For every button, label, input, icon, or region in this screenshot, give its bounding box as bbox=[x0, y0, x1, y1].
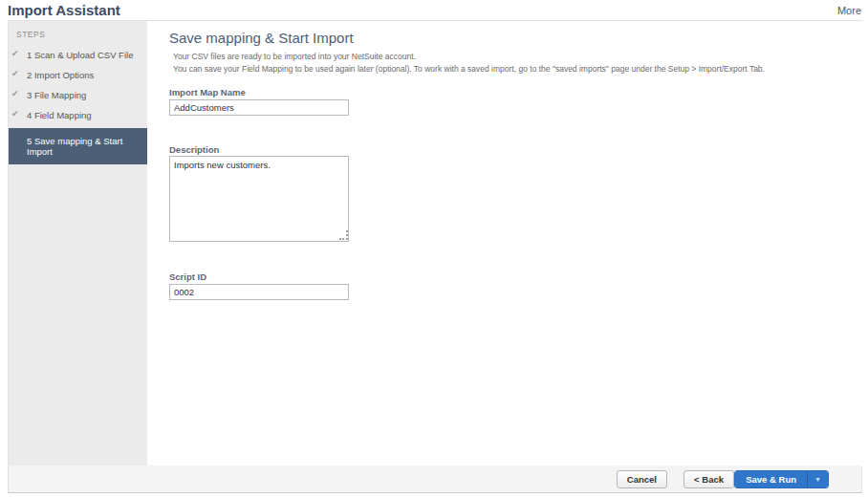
sidebar-item-import-options[interactable]: ✔ 2 Import Options bbox=[9, 65, 147, 85]
save-and-run-split-button: Save & Run ▾ bbox=[734, 470, 829, 488]
check-icon: ✔ bbox=[11, 49, 19, 59]
import-map-name-label: Import Map Name bbox=[169, 87, 246, 97]
sidebar-item-file-mapping[interactable]: ✔ 3 File Mapping bbox=[9, 85, 147, 105]
import-map-name-input[interactable] bbox=[169, 99, 349, 116]
description-textarea[interactable]: Imports new customers. bbox=[169, 156, 349, 242]
steps-sidebar: STEPS ✔ 1 Scan & Upload CSV File ✔ 2 Imp… bbox=[9, 21, 147, 466]
intro-line-2: You can save your Field Mapping to be us… bbox=[173, 64, 765, 74]
script-id-input[interactable] bbox=[169, 284, 349, 300]
steps-heading: STEPS bbox=[9, 21, 147, 45]
chevron-down-icon[interactable]: ▾ bbox=[807, 471, 828, 487]
cancel-button[interactable]: Cancel bbox=[617, 470, 667, 488]
top-header: Import Assistant More bbox=[0, 0, 868, 20]
content-title: Save mapping & Start Import bbox=[169, 30, 354, 46]
step-label: 2 Import Options bbox=[27, 70, 94, 80]
check-icon: ✔ bbox=[11, 109, 19, 119]
step-label: 3 File Mapping bbox=[27, 90, 86, 100]
intro-line-1: Your CSV files are ready to be imported … bbox=[173, 52, 416, 61]
more-link[interactable]: More bbox=[837, 5, 861, 16]
import-assistant-panel: STEPS ✔ 1 Scan & Upload CSV File ✔ 2 Imp… bbox=[8, 20, 862, 493]
footer-bar: Cancel < Back Save & Run ▾ bbox=[9, 466, 861, 492]
sidebar-item-scan-upload[interactable]: ✔ 1 Scan & Upload CSV File bbox=[9, 45, 147, 65]
check-icon: ✔ bbox=[11, 69, 19, 79]
step-label: 5 Save mapping & Start Import bbox=[27, 136, 122, 157]
description-label: Description bbox=[169, 144, 219, 155]
sidebar-item-field-mapping[interactable]: ✔ 4 Field Mapping bbox=[9, 105, 147, 125]
step-label: 1 Scan & Upload CSV File bbox=[27, 50, 133, 60]
sidebar-item-save-mapping-active: 5 Save mapping & Start Import bbox=[9, 128, 147, 164]
back-button[interactable]: < Back bbox=[684, 470, 734, 488]
content-area: Save mapping & Start Import Your CSV fil… bbox=[147, 21, 863, 466]
check-icon: ✔ bbox=[11, 89, 19, 99]
save-and-run-button[interactable]: Save & Run bbox=[735, 471, 807, 487]
step-label: 4 Field Mapping bbox=[27, 110, 92, 120]
page-title: Import Assistant bbox=[8, 2, 120, 18]
script-id-label: Script ID bbox=[169, 271, 206, 282]
